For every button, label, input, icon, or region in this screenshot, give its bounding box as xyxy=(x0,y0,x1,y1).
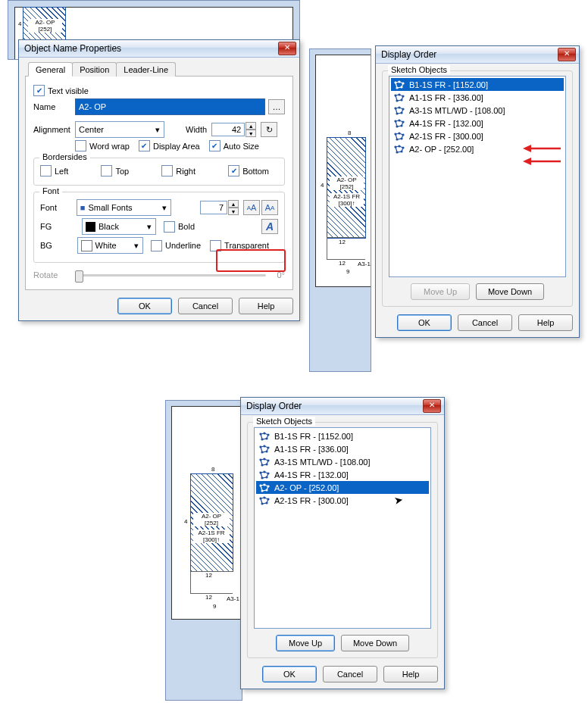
list-item-label: A2-1S FR - [300.00] xyxy=(409,132,483,141)
svg-point-16 xyxy=(399,120,400,121)
move-up-button[interactable]: Move Up xyxy=(411,283,470,300)
titlebar[interactable]: Object Name Properties ✕ xyxy=(19,40,299,58)
svg-point-4 xyxy=(396,87,398,89)
underline-checkbox[interactable]: Underline xyxy=(151,240,201,251)
list-item[interactable]: A4-1S FR - [132.00] xyxy=(391,117,564,130)
rotate-slider[interactable] xyxy=(75,274,266,276)
name-more-button[interactable]: … xyxy=(268,99,285,114)
sketch-object-icon xyxy=(259,432,270,441)
move-up-button[interactable]: Move Up xyxy=(276,635,335,651)
ok-button[interactable]: OK xyxy=(397,314,452,331)
move-down-button[interactable]: Move Down xyxy=(476,283,544,300)
dim-label: 12 xyxy=(339,261,346,267)
ok-button[interactable]: OK xyxy=(262,666,317,682)
chevron-down-icon: ▾ xyxy=(132,241,141,251)
cancel-button[interactable]: Cancel xyxy=(178,298,233,314)
svg-point-39 xyxy=(260,446,261,448)
svg-point-1 xyxy=(399,81,400,83)
svg-point-41 xyxy=(267,447,269,448)
svg-point-9 xyxy=(396,100,398,102)
move-down-button[interactable]: Move Down xyxy=(341,635,409,651)
sketch-objects-list[interactable]: B1-1S FR - [1152.00]A1-1S FR - [336.00]A… xyxy=(389,76,566,277)
svg-marker-33 xyxy=(523,158,531,165)
width-spin-up[interactable]: ▲ xyxy=(246,122,256,130)
tab-position[interactable]: Position xyxy=(72,62,117,77)
dim-label: 4 xyxy=(184,519,187,525)
bg-color-select[interactable]: White▾ xyxy=(77,237,143,254)
dim-label: 12 xyxy=(205,595,212,601)
svg-point-36 xyxy=(267,434,269,436)
titlebar[interactable]: Display Order ✕ xyxy=(376,46,579,64)
ok-button[interactable]: OK xyxy=(117,298,172,314)
bold-checkbox[interactable]: Bold xyxy=(164,221,195,233)
sketch-object-icon xyxy=(394,119,405,128)
close-icon[interactable]: ✕ xyxy=(558,48,576,61)
name-input[interactable] xyxy=(75,98,265,115)
display-area-checkbox[interactable]: ✔Display Area xyxy=(139,140,200,151)
border-top-checkbox[interactable]: Top xyxy=(101,165,129,176)
svg-point-37 xyxy=(266,438,267,439)
border-right-checkbox[interactable]: Right xyxy=(161,165,195,176)
list-item[interactable]: A2- OP - [252.00] xyxy=(256,481,429,494)
list-item[interactable]: A4-1S FR - [132.00] xyxy=(256,468,429,481)
svg-point-6 xyxy=(399,94,400,95)
svg-point-28 xyxy=(401,151,402,152)
list-item[interactable]: B1-1S FR - [1152.00] xyxy=(391,78,564,91)
font-larger-button[interactable]: AA xyxy=(261,200,278,215)
titlebar[interactable]: Display Order ✕ xyxy=(241,398,444,415)
object-name-properties-window: Object Name Properties ✕ General Positio… xyxy=(18,39,300,321)
svg-point-61 xyxy=(267,498,269,500)
alignment-select[interactable]: Center▾ xyxy=(75,121,164,138)
font-smaller-button[interactable]: AA xyxy=(243,200,260,215)
alignment-label: Alignment xyxy=(33,125,75,134)
font-size-spin-down[interactable]: ▼ xyxy=(228,208,239,215)
cancel-button[interactable]: Cancel xyxy=(323,666,377,682)
chevron-down-icon: ▾ xyxy=(153,125,162,135)
canvas-inner-3: 8 4 A2- OP[252] A2-1S FR[300]↑ 12 12 9 A… xyxy=(171,406,242,620)
close-icon[interactable]: ✕ xyxy=(423,399,441,413)
help-button[interactable]: Help xyxy=(383,666,438,682)
svg-point-51 xyxy=(267,473,269,474)
svg-point-11 xyxy=(399,107,400,108)
shape-label: A2- OP[252] xyxy=(193,513,230,526)
border-left-checkbox[interactable]: Left xyxy=(40,165,68,176)
dim-label: 9 xyxy=(346,269,349,275)
border-bottom-checkbox[interactable]: ✔Bottom xyxy=(228,165,269,176)
font-size-input[interactable] xyxy=(200,201,227,214)
font-icon: ■ xyxy=(80,203,86,212)
sketch-objects-list[interactable]: B1-1S FR - [1152.00]A1-1S FR - [336.00]A… xyxy=(254,427,431,629)
svg-point-45 xyxy=(264,458,265,460)
font-style-button[interactable]: A xyxy=(261,219,278,234)
tab-leader-line[interactable]: Leader-Line xyxy=(116,62,176,77)
tab-general[interactable]: General xyxy=(28,62,73,77)
list-item[interactable]: A1-1S FR - [336.00] xyxy=(256,442,429,455)
svg-point-14 xyxy=(396,113,398,114)
svg-point-34 xyxy=(260,433,261,435)
cancel-button[interactable]: Cancel xyxy=(458,314,512,331)
svg-point-54 xyxy=(260,485,261,486)
font-size-spin-up[interactable]: ▲ xyxy=(228,200,239,208)
list-item[interactable]: A1-1S FR - [336.00] xyxy=(391,91,564,104)
font-select[interactable]: ■ Small Fonts▾ xyxy=(77,199,171,216)
list-item[interactable]: B1-1S FR - [1152.00] xyxy=(256,429,429,442)
sketch-objects-group: Sketch Objects B1-1S FR - [1152.00]A1-1S… xyxy=(247,422,438,658)
list-item[interactable]: A3-1S MTL/WD - [108.00] xyxy=(391,104,564,117)
list-item[interactable]: A3-1S MTL/WD - [108.00] xyxy=(256,455,429,468)
window-title: Object Name Properties xyxy=(24,43,278,54)
list-item-label: A1-1S FR - [336.00] xyxy=(409,93,483,102)
close-icon[interactable]: ✕ xyxy=(278,42,296,55)
text-visible-checkbox[interactable]: ✔Text visible xyxy=(33,85,89,96)
fg-color-select[interactable]: Black▾ xyxy=(82,218,156,235)
word-wrap-checkbox[interactable]: Word wrap xyxy=(75,140,130,151)
refresh-button[interactable]: ↻ xyxy=(261,122,277,137)
help-button[interactable]: Help xyxy=(518,314,573,331)
width-spin-down[interactable]: ▼ xyxy=(246,130,256,137)
svg-point-50 xyxy=(264,471,265,473)
svg-point-22 xyxy=(402,134,404,136)
help-button[interactable]: Help xyxy=(239,298,293,314)
auto-size-checkbox[interactable]: ✔Auto Size xyxy=(209,140,259,151)
dim-label: A3-1 xyxy=(227,596,239,602)
svg-point-63 xyxy=(261,503,263,504)
width-input[interactable] xyxy=(211,123,245,136)
list-item[interactable]: A2-1S FR - [300.00] xyxy=(391,130,564,142)
